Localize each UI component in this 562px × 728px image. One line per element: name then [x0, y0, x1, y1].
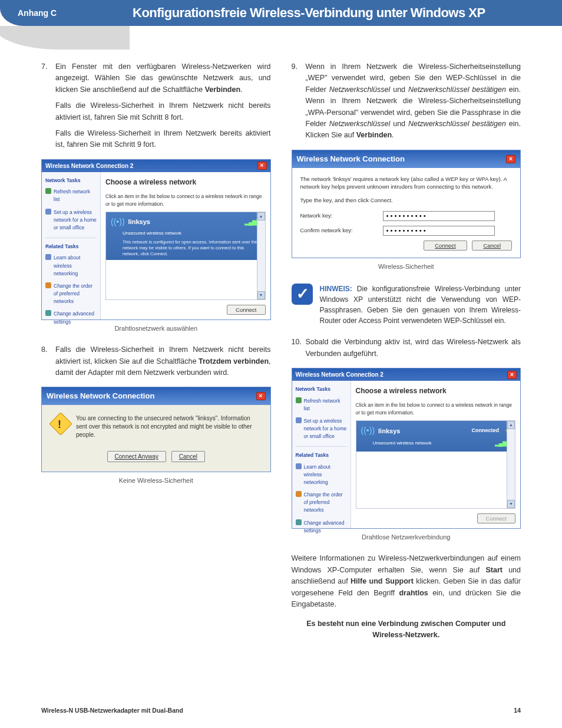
screenshot-network-key: Wireless Network Connection × The networ…	[292, 150, 521, 258]
sidebar: Network Tasks Refresh network list Set u…	[292, 381, 351, 528]
info-icon	[45, 254, 51, 260]
key-message: The network 'linksys' requires a network…	[300, 175, 513, 191]
outro-text: Weitere Informationen zu Wireless-Netzwe…	[292, 553, 521, 610]
info-icon	[296, 463, 302, 469]
screenshot-unsecured-warning: Wireless Network Connection × ! You are …	[41, 387, 271, 472]
sidebar-advanced[interactable]: Change advanced settings	[296, 519, 347, 535]
scrollbar[interactable]: ▲ ▼	[507, 421, 515, 508]
main-subtext: Click an item in the list below to conne…	[351, 401, 521, 420]
appendix-label: Anhang C	[18, 8, 57, 18]
refresh-icon	[296, 397, 302, 403]
connect-button[interactable]: Connect	[227, 305, 265, 315]
warning-icon: !	[49, 413, 72, 436]
dialog-title: Wireless Network Connection	[47, 390, 154, 402]
sidebar-setup[interactable]: Set up a wireless network for a home or …	[296, 417, 347, 441]
checkmark-icon	[292, 284, 313, 305]
network-item-linksys[interactable]: ((•)) linksys Connected ★ Unsecured wire…	[356, 421, 515, 451]
main-subtext: Click an item in the list below to conne…	[101, 193, 270, 212]
main-heading: Choose a wireless network	[101, 172, 270, 193]
page-title: Konfigurationsfreie Wireless-Verbindung …	[133, 5, 485, 21]
dialog-title: Wireless Network Connection 2	[296, 370, 384, 380]
order-icon	[296, 491, 302, 497]
caption-3: Wireless-Sicherheit	[292, 262, 521, 272]
note-label: HINWEIS:	[320, 285, 352, 293]
gear-icon	[45, 310, 51, 316]
page-number: 14	[514, 707, 521, 714]
network-key-label: Network key:	[300, 212, 383, 220]
screenshot-connected: Wireless Network Connection 2 × Network …	[292, 368, 521, 529]
network-key-input[interactable]	[383, 211, 495, 221]
step-10: 10. Sobald die Verbindung aktiv ist, wir…	[292, 337, 521, 360]
gear-icon	[296, 519, 302, 525]
sidebar-learn[interactable]: Learn about wireless networking	[296, 463, 347, 487]
caption-2: Keine Wireless-Sicherheit	[41, 476, 271, 486]
warning-text: You are connecting to the unsecured netw…	[76, 414, 262, 439]
final-statement: Es besteht nun eine Verbindung zwischen …	[292, 618, 521, 641]
sidebar-refresh[interactable]: Refresh network list	[296, 397, 347, 413]
dialog-title: Wireless Network Connection 2	[45, 162, 133, 171]
confirm-key-label: Confirm network key:	[300, 226, 383, 235]
network-list: ((•)) linksys Connected ★ Unsecured wire…	[356, 420, 516, 509]
connect-anyway-button[interactable]: Connect Anyway	[107, 451, 167, 462]
scrollbar[interactable]: ▲ ▼	[257, 212, 265, 299]
right-column: 9. Wenn in Ihrem Netzwerk die Wireless-S…	[292, 61, 521, 641]
refresh-icon	[45, 188, 51, 194]
scroll-down-icon[interactable]: ▼	[257, 291, 265, 299]
network-list: ((•)) linksys ▂▄▆█ Unsecured wireless ne…	[105, 212, 266, 300]
product-name: Wireless-N USB-Netzwerkadapter mit Dual-…	[41, 707, 183, 714]
page-footer: Wireless-N USB-Netzwerkadapter mit Dual-…	[41, 707, 521, 714]
sidebar-advanced[interactable]: Change advanced settings	[45, 310, 97, 325]
step-8: 8. Falls die Wireless-Sicherheit in Ihre…	[41, 344, 271, 378]
network-item-linksys[interactable]: ((•)) linksys ▂▄▆█ Unsecured wireless ne…	[106, 212, 265, 260]
close-icon[interactable]: ×	[506, 155, 515, 163]
setup-icon	[45, 209, 51, 215]
screenshot-choose-network: Wireless Network Connection 2 × Network …	[41, 159, 271, 321]
antenna-icon: ((•))	[361, 424, 375, 437]
dialog-title: Wireless Network Connection	[297, 153, 405, 165]
key-instruction: Type the key, and then click Connect.	[300, 196, 513, 205]
left-column: 7. Ein Fenster mit den verfügbaren Wirel…	[41, 61, 271, 641]
step-7: 7. Ein Fenster mit den verfügbaren Wirel…	[41, 61, 271, 151]
order-icon	[45, 282, 51, 288]
sidebar-refresh[interactable]: Refresh network list	[45, 188, 97, 203]
setup-icon	[296, 417, 302, 423]
note-box: HINWEIS: Die konfigurationsfreie Wireles…	[292, 284, 521, 326]
scroll-down-icon[interactable]: ▼	[507, 500, 515, 508]
cancel-button[interactable]: Cancel	[472, 241, 512, 251]
confirm-key-input[interactable]	[383, 226, 495, 236]
sidebar: Network Tasks Refresh network list Set u…	[42, 172, 101, 319]
sidebar-setup[interactable]: Set up a wireless network for a home or …	[45, 209, 97, 232]
close-icon[interactable]: ×	[507, 371, 517, 379]
scroll-up-icon[interactable]: ▲	[257, 212, 265, 220]
scroll-up-icon[interactable]: ▲	[507, 421, 515, 429]
main-heading: Choose a wireless network	[351, 381, 521, 401]
step-9: 9. Wenn in Ihrem Netzwerk die Wireless-S…	[292, 61, 521, 141]
connect-button[interactable]: Connect	[424, 241, 467, 251]
close-icon[interactable]: ×	[256, 392, 266, 400]
page-header: Anhang C Konfigurationsfreie Wireless-Ve…	[0, 0, 562, 26]
connected-status: Connected	[471, 427, 499, 435]
connect-button: Connect	[477, 513, 515, 523]
cancel-button[interactable]: Cancel	[171, 451, 205, 462]
sidebar-learn[interactable]: Learn about wireless networking	[45, 254, 97, 278]
close-icon[interactable]: ×	[257, 162, 267, 170]
sidebar-order[interactable]: Change the order of preferred networks	[296, 491, 347, 515]
sidebar-order[interactable]: Change the order of preferred networks	[45, 282, 97, 306]
antenna-icon: ((•))	[111, 216, 125, 229]
